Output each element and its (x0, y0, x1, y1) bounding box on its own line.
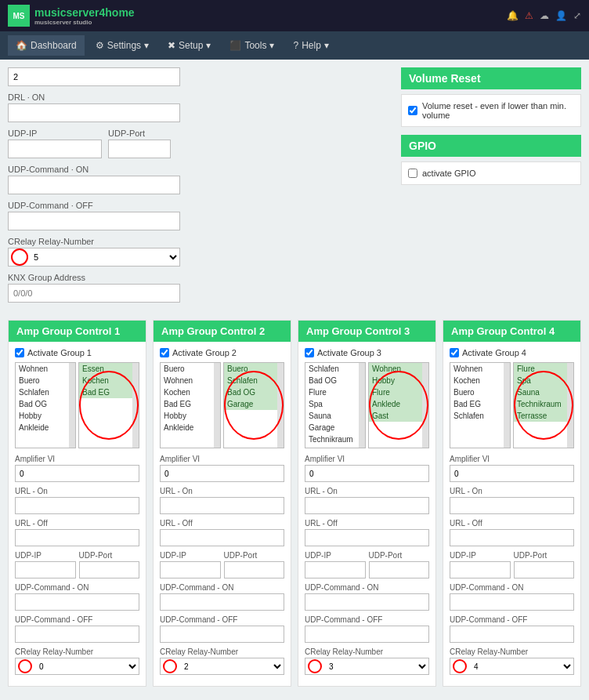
gpio-checkbox[interactable] (408, 169, 417, 178)
zone-item[interactable]: Wohnen (16, 363, 75, 375)
zone-list-right-4[interactable]: FlureSpaSaunaTechnikraumTerrasse (513, 362, 574, 448)
zone-item[interactable]: Sauna (305, 410, 365, 422)
zone-item[interactable]: Hobby (161, 410, 220, 422)
nav-dashboard[interactable]: 🏠 Dashboard (8, 35, 85, 56)
url-on-input-3[interactable] (305, 497, 429, 514)
cloud-icon[interactable]: ☁ (540, 10, 549, 21)
crelay-select-2[interactable]: 2 (160, 658, 284, 675)
zone-list-left-4[interactable]: WohnenKochenBueroBad EGSchlafen (450, 362, 511, 448)
zone-list-left-1[interactable]: WohnenBueroSchlafenBad OGHobbyAnkleide (15, 362, 76, 448)
activate-checkbox-4[interactable] (450, 348, 459, 357)
zone-item-selected[interactable]: Bad OG (224, 386, 284, 398)
udp-cmd-on-input-4[interactable] (450, 593, 574, 611)
zone-item-selected[interactable]: Kochen (79, 375, 139, 386)
amplifier-input-2[interactable] (160, 465, 284, 482)
zone-item[interactable]: Wohnen (161, 375, 220, 386)
zone-item[interactable]: Wohnen (450, 363, 510, 375)
udp-cmd-off-input[interactable] (8, 212, 180, 230)
expand-icon[interactable]: ⤢ (573, 10, 581, 21)
zone-item-selected[interactable]: Bad EG (79, 386, 139, 398)
top-input-2[interactable] (8, 67, 180, 86)
udp-cmd-on-input-2[interactable] (160, 593, 284, 611)
zone-item[interactable]: Schlafen (450, 410, 510, 422)
volume-reset-checkbox[interactable] (408, 106, 417, 115)
udp-port-input-2[interactable] (224, 561, 285, 578)
zone-item[interactable]: Buero (16, 375, 75, 386)
udp-cmd-off-input-4[interactable] (450, 626, 574, 643)
amplifier-input-3[interactable] (305, 465, 429, 482)
zone-item-selected[interactable]: Spa (514, 375, 573, 386)
udp-port-input-4[interactable] (514, 561, 575, 578)
zone-item[interactable]: Bad OG (305, 375, 365, 386)
udp-port-input[interactable] (108, 140, 171, 158)
zone-item[interactable]: Garage (305, 422, 365, 433)
zone-item-selected[interactable]: Flure (514, 363, 573, 375)
zone-list-right-1[interactable]: EssenKochenBad EG (78, 362, 139, 448)
udp-ip-input-4[interactable] (450, 561, 511, 578)
url-on-input-1[interactable] (15, 497, 139, 514)
zone-item[interactable]: Bad EG (450, 398, 510, 410)
zone-item[interactable]: Schlafen (305, 363, 365, 375)
udp-port-input-1[interactable] (79, 561, 140, 578)
url-off-input-3[interactable] (305, 529, 429, 546)
zone-item-selected[interactable]: Hobby (369, 375, 428, 386)
url-off-input-1[interactable] (15, 529, 139, 546)
udp-port-input-3[interactable] (369, 561, 430, 578)
udp-cmd-on-input[interactable] (8, 176, 180, 194)
user-icon[interactable]: 👤 (555, 10, 567, 21)
knx-input[interactable] (8, 284, 180, 303)
zone-item-selected[interactable]: Garage (224, 398, 284, 410)
crelay-select-4[interactable]: 4 (450, 658, 574, 675)
zone-item-selected[interactable]: Sauna (514, 386, 573, 398)
zone-item[interactable]: Flure (305, 386, 365, 398)
zone-item-selected[interactable]: Technikraum (514, 398, 573, 410)
crelay-select[interactable]: 5 (8, 248, 180, 267)
zone-item[interactable]: Kochen (161, 386, 220, 398)
nav-tools[interactable]: ⬛ Tools ▾ (222, 35, 282, 56)
udp-ip-input-1[interactable] (15, 561, 76, 578)
nav-settings[interactable]: ⚙ Settings ▾ (88, 35, 157, 56)
udp-ip-input-2[interactable] (160, 561, 221, 578)
bell-icon[interactable]: 🔔 (507, 10, 519, 21)
drl-on-input[interactable] (8, 103, 180, 122)
activate-checkbox-2[interactable] (160, 348, 169, 357)
crelay-select-3[interactable]: 3 (305, 658, 429, 675)
zone-item[interactable]: Ankleide (16, 422, 75, 433)
zone-item[interactable]: Buero (161, 363, 220, 375)
url-on-input-2[interactable] (160, 497, 284, 514)
zone-item[interactable]: Kochen (450, 375, 510, 386)
zone-item[interactable]: Ankleide (161, 422, 220, 433)
zone-list-left-3[interactable]: SchlafenBad OGFlureSpaSaunaGarageTechnik… (305, 362, 366, 448)
zone-item-selected[interactable]: Buero (224, 363, 284, 375)
udp-cmd-off-input-2[interactable] (160, 626, 284, 643)
activate-checkbox-1[interactable] (15, 348, 24, 357)
zone-item[interactable]: Technikraum (305, 433, 365, 445)
zone-item-selected[interactable]: Essen (79, 363, 139, 375)
zone-item[interactable]: Bad EG (161, 398, 220, 410)
url-off-input-2[interactable] (160, 529, 284, 546)
udp-ip-input[interactable] (8, 140, 102, 158)
nav-help[interactable]: ? Help ▾ (285, 35, 336, 56)
udp-cmd-on-input-1[interactable] (15, 593, 139, 611)
zone-list-left-2[interactable]: BueroWohnenKochenBad EGHobbyAnkleide (160, 362, 221, 448)
warning-icon[interactable]: ⚠ (525, 10, 533, 21)
zone-item[interactable]: Buero (450, 386, 510, 398)
crelay-select-1[interactable]: 0 (15, 658, 139, 675)
zone-item-selected[interactable]: Flure (369, 386, 428, 398)
zone-item-selected[interactable]: Wohnen (369, 363, 428, 375)
amplifier-input-1[interactable] (15, 465, 139, 482)
zone-item[interactable]: Bad OG (16, 398, 75, 410)
nav-setup[interactable]: ✖ Setup ▾ (160, 35, 219, 56)
zone-list-right-2[interactable]: BueroSchlafenBad OGGarage (223, 362, 284, 448)
udp-cmd-off-input-3[interactable] (305, 626, 429, 643)
zone-item-selected[interactable]: Schlafen (224, 375, 284, 386)
zone-item-selected[interactable]: Anklede (369, 398, 428, 410)
zone-item[interactable]: Spa (305, 398, 365, 410)
zone-list-right-3[interactable]: WohnenHobbyFlureAnkledeGast (368, 362, 429, 448)
amplifier-input-4[interactable] (450, 465, 574, 482)
udp-cmd-off-input-1[interactable] (15, 626, 139, 643)
udp-ip-input-3[interactable] (305, 561, 366, 578)
udp-cmd-on-input-3[interactable] (305, 593, 429, 611)
zone-item-selected[interactable]: Gast (369, 410, 428, 422)
zone-item[interactable]: Schlafen (16, 386, 75, 398)
